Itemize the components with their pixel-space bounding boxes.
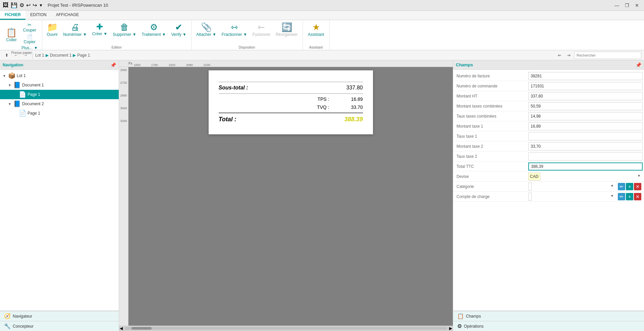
concepteur-tab[interactable]: 🔧 Concepteur — [0, 321, 119, 331]
ribbon-btn-ouvrir[interactable]: 📁 Ouvrir — [45, 21, 60, 46]
ribbon-btn-verify[interactable]: ✔ Verify ▼ — [169, 21, 189, 46]
close-button[interactable]: ✕ — [633, 2, 641, 9]
nav-back-button[interactable]: ← — [12, 51, 20, 59]
creer-label: Créer ▼ — [92, 31, 107, 36]
field-label-compte-charge: Compte de charge — [453, 193, 527, 200]
canvas-content: Sous-total : 337.80 TPS : 16.89 TVQ : 33… — [209, 70, 373, 134]
field-select-devise[interactable]: CAD USD EUR — [528, 173, 540, 181]
categorie-edit-button[interactable]: ✏ — [618, 183, 625, 190]
coller-label: Coller — [6, 38, 16, 42]
nav-forward-button[interactable]: → — [21, 51, 30, 59]
ribbon-btn-attacher[interactable]: 📎 Attacher ▼ — [194, 21, 218, 46]
coller-icon: 📋 — [6, 28, 17, 37]
tree-item-page1-doc2[interactable]: 📄 Page 1 — [0, 109, 119, 118]
field-value-montant-taxes — [527, 102, 644, 111]
champs-fields: Numéro de facture Numéro de commande Mon… — [453, 70, 644, 311]
champs-panel-pin[interactable]: 📌 — [636, 62, 641, 68]
canvas-scrollbar-horizontal[interactable]: ◀ ▶ — [119, 326, 453, 331]
ribbon-btn-creer[interactable]: ✚ Créer ▼ — [90, 21, 109, 46]
ruler-mark-2240: 2240 — [204, 63, 221, 67]
field-row-categorie: Catégorie ▼ ✏ + ✕ — [453, 182, 644, 192]
devise-dropdown-icon: ▼ — [637, 174, 641, 178]
total-label: Total : — [219, 116, 236, 123]
ribbon-btn-fusionner: ⇽ Fusionner — [251, 21, 272, 46]
canvas-scroll[interactable]: Sous-total : 337.80 TPS : 16.89 TVQ : 33… — [128, 67, 453, 326]
tree-item-lot1[interactable]: ▼ 📦 Lot 1 — [0, 71, 119, 80]
nav-send-back-button[interactable]: ⇐ — [555, 51, 564, 59]
categorie-del-button[interactable]: ✕ — [634, 183, 641, 190]
categorie-add-button[interactable]: + — [626, 183, 633, 190]
nav-up-button[interactable]: ⬆ — [3, 51, 11, 59]
ribbon-buttons-assistant: ★ Assistant — [306, 21, 326, 46]
field-row-total-ttc: Total TTC — [453, 161, 644, 172]
tree-toggle-page1-doc2 — [13, 112, 17, 115]
compte-charge-edit-button[interactable]: ✏ — [618, 193, 625, 200]
scroll-right-btn[interactable]: ▶ — [448, 326, 453, 331]
tree-item-page1[interactable]: 📄 Page 1 — [0, 90, 119, 99]
field-row-montant-taxe2: Montant taxe 2 — [453, 141, 644, 151]
field-input-taux-taxe1[interactable] — [528, 132, 643, 140]
menu-edition[interactable]: EDITION — [25, 11, 51, 20]
save-icon: 💾 — [11, 2, 17, 8]
ribbon-btn-plus[interactable]: Plus... ▼ — [20, 45, 39, 51]
operations-bottom-tab[interactable]: ⚙ Opérations — [453, 321, 644, 331]
navigateur-tab[interactable]: 🧭 Navigateur — [0, 311, 119, 321]
ruler-v-3200: 3200 — [120, 119, 127, 123]
menu-bar: FICHIER EDITION AFFICHAGE — [0, 11, 644, 20]
copier-label: Copier — [24, 40, 36, 44]
field-input-montant-ht[interactable] — [528, 92, 643, 100]
compte-charge-del-button[interactable]: ✕ — [634, 193, 641, 200]
champs-bottom-tab[interactable]: 📋 Champs — [453, 311, 644, 321]
ribbon-btn-coller[interactable]: 📋 Coller — [4, 27, 19, 51]
ribbon-group-edition: 📁 Ouvrir 🖨 Numériser ▼ ✚ Créer ▼ 🗑 Suppr… — [42, 20, 192, 50]
field-input-montant-taxe1[interactable] — [528, 122, 643, 130]
ribbon-btn-copier[interactable]: 📄 Copier — [20, 33, 39, 45]
menu-fichier[interactable]: FICHIER — [0, 11, 25, 20]
breadcrumb-lot[interactable]: Lot 1 — [35, 53, 44, 58]
field-input-taux-taxes[interactable] — [528, 112, 643, 120]
ribbon-btn-supprimer[interactable]: 🗑 Supprimer ▼ — [111, 21, 139, 46]
menu-affichage[interactable]: AFFICHAGE — [51, 11, 84, 20]
breadcrumb-doc[interactable]: Document 1 — [50, 53, 72, 58]
ribbon-btn-numeriser[interactable]: 🖨 Numériser ▼ — [61, 21, 89, 46]
field-input-numero-commande[interactable] — [528, 82, 643, 90]
field-label-numero-facture: Numéro de facture — [453, 72, 527, 80]
field-row-taux-taxe1: Taux taxe 1 — [453, 131, 644, 141]
concepteur-tab-icon: 🔧 — [4, 323, 11, 329]
tree-item-doc2[interactable]: ▼ 📘 Document 2 — [0, 99, 119, 109]
champs-panel: Champs 📌 Numéro de facture Numéro de com… — [453, 60, 644, 331]
redo-icon[interactable]: ↪ — [33, 2, 37, 8]
minimize-button[interactable]: — — [612, 2, 621, 9]
field-input-numero-facture[interactable] — [528, 72, 643, 80]
field-input-montant-taxe2[interactable] — [528, 142, 643, 150]
tree-icon-doc1: 📘 — [13, 81, 21, 89]
invoice-divider-tps — [219, 93, 363, 94]
field-input-total-ttc[interactable] — [528, 162, 643, 171]
sous-total-value: 337.80 — [346, 85, 363, 91]
scroll-thumb[interactable] — [131, 327, 152, 330]
maximize-button[interactable]: ❐ — [623, 2, 631, 9]
undo-icon[interactable]: ↩ — [26, 2, 31, 8]
field-input-montant-taxes[interactable] — [528, 102, 643, 110]
field-row-taux-taxe2: Taux taxe 2 — [453, 151, 644, 161]
ribbon-btn-couper[interactable]: ✂ Couper — [20, 21, 39, 33]
compte-charge-add-button[interactable]: + — [626, 193, 633, 200]
ribbon-btn-assistant[interactable]: ★ Assistant — [306, 21, 326, 46]
champs-panel-title: Champs — [456, 62, 473, 67]
field-select-compte-charge[interactable] — [528, 193, 532, 201]
navigation-pin-icon[interactable]: 📌 — [110, 62, 116, 68]
tree-item-doc1[interactable]: ▼ 📘 Document 1 — [0, 80, 119, 90]
ribbon-btn-fractionner[interactable]: ⇿ Fractionner ▼ — [220, 21, 249, 46]
scroll-left-btn[interactable]: ◀ — [119, 326, 123, 331]
breadcrumb-page[interactable]: Page 1 — [77, 53, 90, 58]
field-select-categorie[interactable] — [528, 183, 532, 191]
fractionner-label: Fractionner ▼ — [222, 32, 247, 37]
navigation-panel-title: Navigation — [3, 63, 23, 67]
field-input-taux-taxe2[interactable] — [528, 152, 643, 160]
field-actions-compte-charge: ✏ + ✕ — [616, 193, 643, 200]
search-input[interactable] — [574, 52, 641, 59]
nav-send-forward-button[interactable]: ⇒ — [565, 51, 573, 59]
dropdown-icon[interactable]: ▼ — [39, 3, 43, 8]
ribbon-btn-traitement[interactable]: ⚙ Traitement ▼ — [140, 21, 168, 46]
invoice-divider-top — [219, 82, 363, 82]
